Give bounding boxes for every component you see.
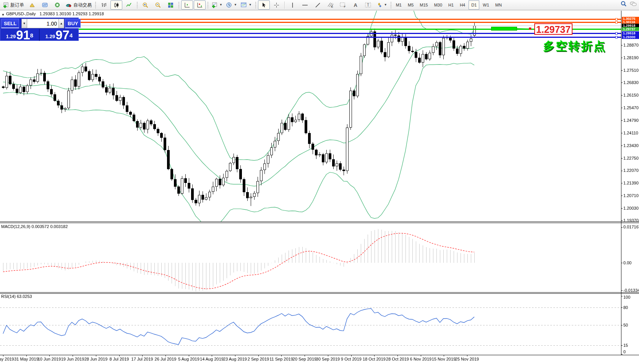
- toolbar-grip: [255, 2, 256, 8]
- price-tick: 1.28190: [623, 55, 639, 60]
- date-label: 8 Jul 2019: [110, 357, 129, 361]
- svg-text:F: F: [344, 5, 345, 8]
- clock-icon: [226, 2, 232, 8]
- channel-tool-button[interactable]: F: [337, 0, 349, 10]
- price-tick: 1.20710: [623, 193, 639, 198]
- vertical-line-tool-button[interactable]: [287, 0, 298, 10]
- timeframe-d1[interactable]: D1: [469, 0, 479, 10]
- zoom-out-icon: [155, 2, 161, 8]
- line-chart-icon: [126, 2, 132, 8]
- svg-text:T: T: [367, 3, 369, 7]
- trendline-tool-button[interactable]: [312, 0, 324, 10]
- candlestick-mode-button[interactable]: [110, 0, 122, 10]
- date-label: 31 May 2019: [14, 357, 39, 361]
- date-label: 19 Jun 2019: [61, 357, 84, 361]
- svg-text:E: E: [331, 5, 333, 8]
- timeframe-w1[interactable]: W1: [480, 0, 492, 10]
- buy-button[interactable]: BUY: [65, 19, 81, 28]
- text-tool-button[interactable]: A: [350, 0, 362, 10]
- new-chart-dropdown[interactable]: ▼: [210, 0, 224, 10]
- symbol-period-label: GBPUSD-,Daily: [6, 11, 36, 16]
- volume-increase-button[interactable]: ▲: [58, 19, 64, 28]
- line-chart-mode-button[interactable]: [123, 0, 135, 10]
- timeframes-dropdown[interactable]: ▼: [225, 0, 238, 10]
- market-watch-icon: [29, 2, 36, 8]
- market-watch-button[interactable]: [26, 0, 38, 10]
- crosshair-tool-button[interactable]: [271, 0, 282, 10]
- bar-chart-mode-button[interactable]: [98, 0, 110, 10]
- price-tick: 1.20030: [623, 206, 639, 210]
- caret-down-icon: ▼: [219, 3, 222, 6]
- timeframe-mn[interactable]: MN: [493, 0, 504, 10]
- new-order-button[interactable]: 新订单: [2, 0, 26, 10]
- volume-input[interactable]: [27, 19, 58, 28]
- macd-scale-zero: 0.00: [623, 260, 631, 265]
- price-tick: 1.24110: [623, 131, 638, 135]
- text-label-icon: T: [365, 2, 371, 8]
- price-tick: 1.28870: [623, 43, 639, 47]
- price-callout-box[interactable]: 1.29737: [534, 23, 573, 35]
- zoom-out-button[interactable]: [152, 0, 164, 10]
- trendline-icon: [315, 2, 321, 8]
- date-label: 28 Oct 2019: [386, 357, 409, 361]
- charts-window-icon: [42, 2, 48, 8]
- sell-button[interactable]: SELL: [1, 19, 19, 28]
- shapes-dropdown[interactable]: ▼: [375, 0, 389, 10]
- text-label-tool-button[interactable]: T: [362, 0, 374, 10]
- new-order-icon: [3, 2, 9, 8]
- rsi-scale-0: 0: [623, 349, 626, 354]
- search-icon[interactable]: [621, 1, 627, 7]
- price-tick: 1.27510: [623, 68, 639, 73]
- chat-icon[interactable]: [630, 1, 637, 7]
- toolbar-grip: [390, 2, 392, 8]
- price-tick: 1.22750: [623, 156, 639, 160]
- text-icon: A: [354, 3, 357, 8]
- tile-windows-button[interactable]: [165, 0, 177, 10]
- chart-shift-button[interactable]: [194, 0, 206, 10]
- buy-price-display[interactable]: 1.29974: [40, 29, 78, 41]
- timeframe-m5[interactable]: M5: [405, 0, 416, 10]
- chart-title: ▲GBPUSD-,Daily1.29383 1.30100 1.29293 1.…: [2, 11, 104, 16]
- zoom-in-button[interactable]: [139, 0, 151, 10]
- crosshair-icon: [274, 2, 279, 8]
- main-toolbar: 新订单 自动交易 ▼ ▼ ▼ E F A T ▼ M1 M5 M15 M30 H…: [0, 0, 639, 10]
- data-window-icon: [55, 2, 60, 8]
- fibonacci-icon: E: [327, 2, 334, 8]
- fibonacci-tool-button[interactable]: E: [324, 0, 336, 10]
- horizontal-line-tool-button[interactable]: [299, 0, 311, 10]
- chart-canvas[interactable]: [0, 0, 639, 364]
- price-tick: 1.21390: [623, 181, 639, 185]
- timeframe-h4[interactable]: H4: [457, 0, 468, 10]
- timeframe-m15[interactable]: M15: [417, 0, 430, 10]
- templates-dropdown[interactable]: ▼: [239, 0, 253, 10]
- date-label: 18 Oct 2019: [363, 357, 386, 361]
- auto-trading-button[interactable]: 自动交易: [64, 0, 93, 10]
- candlestick-icon: [114, 2, 119, 8]
- auto-scroll-button[interactable]: [181, 0, 193, 10]
- timeframe-m1[interactable]: M1: [393, 0, 404, 10]
- auto-trading-icon: [66, 2, 72, 8]
- volume-decrease-button[interactable]: ▼: [21, 19, 27, 28]
- cursor-tool-button[interactable]: [258, 0, 270, 10]
- date-label: 5 Aug 2019: [178, 357, 199, 361]
- date-label: 11 Sep 2019: [269, 357, 293, 361]
- ohlc-readout: 1.29383 1.30100 1.29293 1.29918: [40, 11, 104, 16]
- tile-windows-icon: [168, 2, 174, 8]
- date-label: 2 Sep 2019: [248, 357, 269, 361]
- data-window-button[interactable]: [52, 0, 63, 10]
- rsi-label: RSI(14) 63.0253: [1, 294, 32, 299]
- chinese-annotation: 多空转折点: [543, 39, 606, 54]
- macd-scale-top: 0.017167: [623, 225, 639, 229]
- price-tick: 1.19370: [623, 218, 639, 223]
- zoom-in-icon: [143, 2, 149, 8]
- timeframe-m30[interactable]: M30: [431, 0, 445, 10]
- toolbar-grip: [136, 2, 138, 8]
- sell-price-display[interactable]: 1.29918: [0, 29, 40, 41]
- timeframe-h1[interactable]: H1: [446, 0, 456, 10]
- template-icon: [241, 2, 247, 8]
- caret-down-icon: ▼: [234, 3, 237, 6]
- vertical-line-icon: [291, 2, 294, 8]
- date-label: 2 May 2019: [0, 357, 14, 361]
- charts-window-button[interactable]: [39, 0, 51, 10]
- volume-stepper: ▼ ▲: [21, 19, 64, 28]
